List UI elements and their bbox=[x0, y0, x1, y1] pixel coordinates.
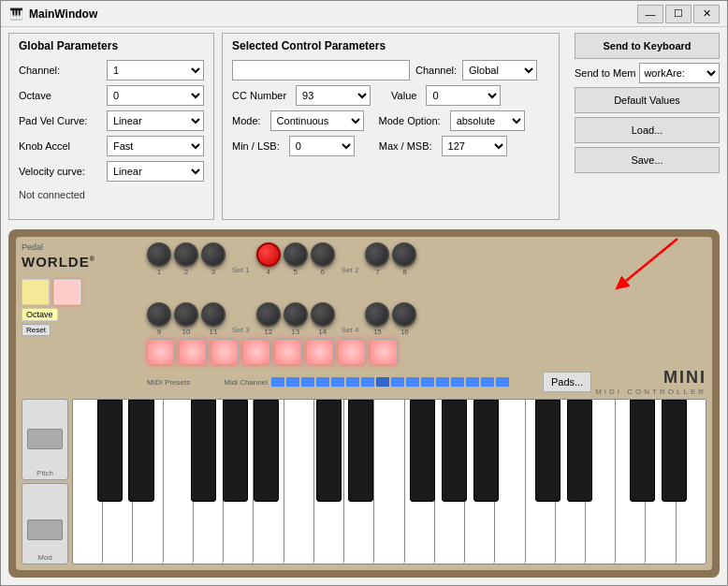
knob-2[interactable] bbox=[174, 242, 198, 267]
knob-8-label: 8 bbox=[402, 268, 406, 276]
white-key-f[interactable] bbox=[164, 400, 194, 564]
black-key-gs3[interactable] bbox=[662, 400, 687, 502]
black-key-ds[interactable] bbox=[128, 400, 153, 502]
midi-ch-btn-10[interactable] bbox=[406, 377, 419, 387]
pedal-label: Pedal bbox=[22, 242, 143, 252]
save-button[interactable]: Save... bbox=[575, 147, 720, 173]
black-key-cs2[interactable] bbox=[316, 400, 342, 502]
sp-min-select[interactable]: 0 bbox=[289, 136, 355, 156]
midi-ch-btn-14[interactable] bbox=[466, 377, 479, 387]
sp-mode-option-select[interactable]: absolute bbox=[450, 110, 525, 131]
white-key-f2[interactable] bbox=[374, 400, 404, 564]
pad-button-1[interactable] bbox=[147, 339, 175, 365]
reset-button[interactable]: Reset bbox=[22, 324, 51, 336]
pad-button-3[interactable] bbox=[211, 339, 239, 365]
maximize-button[interactable]: ☐ bbox=[665, 5, 692, 23]
mod-wheel[interactable]: Mod bbox=[22, 483, 68, 564]
mini-text: MINI bbox=[595, 368, 706, 388]
knob-5-label: 5 bbox=[293, 268, 297, 276]
black-key-as[interactable] bbox=[254, 400, 279, 502]
knob-accel-select[interactable]: Fast bbox=[107, 136, 204, 156]
pitch-wheel-slider[interactable] bbox=[27, 429, 63, 448]
knob-16[interactable] bbox=[392, 302, 416, 327]
pad-button-2[interactable] bbox=[179, 339, 207, 365]
mod-wheel-slider[interactable] bbox=[27, 520, 63, 539]
black-key-fs2[interactable] bbox=[410, 400, 435, 502]
pitch-wheel[interactable]: Pitch bbox=[22, 399, 68, 480]
load-button[interactable]: Load... bbox=[575, 117, 720, 143]
velocity-select[interactable]: Linear bbox=[107, 161, 204, 182]
pitch-mod-area: Pitch Mod bbox=[22, 399, 68, 564]
velocity-row: Velocity curve: Linear bbox=[19, 161, 204, 182]
knob-2-container: 2 bbox=[174, 242, 198, 276]
black-key-fs[interactable] bbox=[191, 400, 216, 502]
sp-max-select[interactable]: 127 bbox=[442, 136, 507, 156]
midi-ch-btn-5[interactable] bbox=[331, 377, 344, 387]
black-key-fs3[interactable] bbox=[630, 400, 655, 502]
knob-9[interactable] bbox=[147, 302, 171, 327]
midi-ch-btn-2[interactable] bbox=[286, 377, 299, 387]
pad-button-4[interactable] bbox=[242, 339, 270, 365]
midi-ch-btn-6[interactable] bbox=[346, 377, 359, 387]
small-pad-2[interactable] bbox=[53, 279, 81, 305]
pad-button-5[interactable] bbox=[274, 339, 302, 365]
middle-section: Octave Reset 9 1 bbox=[22, 279, 706, 336]
midi-ch-btn-4[interactable] bbox=[316, 377, 329, 387]
default-values-button[interactable]: Default Values bbox=[575, 87, 720, 113]
sp-channel-select[interactable]: Global bbox=[462, 60, 537, 81]
midi-ch-btn-13[interactable] bbox=[451, 377, 464, 387]
knob-11[interactable] bbox=[201, 302, 226, 327]
midi-ch-btn-9[interactable] bbox=[391, 377, 404, 387]
midi-ch-btn-16[interactable] bbox=[496, 377, 509, 387]
knob-10[interactable] bbox=[174, 302, 198, 327]
pad-button-8[interactable] bbox=[370, 339, 398, 365]
midi-ch-btn-8[interactable] bbox=[376, 377, 389, 387]
knob-8[interactable] bbox=[392, 242, 416, 267]
channel-row: Channel: 123 bbox=[19, 60, 204, 81]
knob-14[interactable] bbox=[311, 302, 335, 327]
midi-ch-btn-11[interactable] bbox=[421, 377, 434, 387]
octave-select[interactable]: 0-11 bbox=[107, 85, 204, 106]
close-button[interactable]: ✕ bbox=[693, 5, 720, 23]
midi-ch-btn-1[interactable] bbox=[271, 377, 284, 387]
knob-6[interactable] bbox=[311, 242, 335, 267]
sp-cc-select[interactable]: 93 bbox=[296, 85, 371, 106]
send-to-keyboard-button[interactable]: Send to Keyboard bbox=[575, 33, 720, 59]
pads-button[interactable]: Pads... bbox=[543, 372, 591, 392]
knob-12[interactable] bbox=[256, 302, 281, 327]
pad-vel-row: Pad Vel Curve: Linear bbox=[19, 110, 204, 131]
pad-button-7[interactable] bbox=[338, 339, 366, 365]
knob-1[interactable] bbox=[147, 242, 171, 267]
sp-value-select[interactable]: 0 bbox=[426, 85, 501, 106]
small-pad-1[interactable] bbox=[22, 279, 50, 305]
knob-13[interactable] bbox=[284, 302, 308, 327]
black-key-as2[interactable] bbox=[473, 400, 499, 502]
knob-3[interactable] bbox=[201, 242, 226, 267]
black-key-ds2[interactable] bbox=[348, 400, 373, 502]
midi-ch-btn-7[interactable] bbox=[361, 377, 374, 387]
knob-15[interactable] bbox=[365, 302, 389, 327]
black-key-gs[interactable] bbox=[223, 400, 248, 502]
pitch-label: Pitch bbox=[36, 469, 53, 477]
pad-button-6[interactable] bbox=[306, 339, 334, 365]
black-key-cs[interactable] bbox=[97, 400, 123, 502]
minimize-button[interactable]: — bbox=[637, 5, 663, 23]
black-key-gs2[interactable] bbox=[442, 400, 467, 502]
pad-vel-select[interactable]: Linear bbox=[107, 110, 204, 131]
black-key-cs3[interactable] bbox=[535, 400, 561, 502]
knob-3-label: 3 bbox=[211, 268, 215, 276]
channel-select[interactable]: 123 bbox=[107, 60, 204, 81]
midi-ch-btn-3[interactable] bbox=[301, 377, 314, 387]
white-key-c3[interactable] bbox=[495, 400, 525, 564]
midi-ch-btn-15[interactable] bbox=[481, 377, 494, 387]
sp-row-3: Mode: Continuous Mode Option: absolute bbox=[232, 110, 549, 131]
knob-7[interactable] bbox=[365, 242, 389, 267]
preset-name-input[interactable]: Chorus bbox=[232, 60, 410, 81]
midi-ch-btn-12[interactable] bbox=[436, 377, 449, 387]
black-key-ds3[interactable] bbox=[567, 400, 592, 502]
white-key-c2[interactable] bbox=[284, 400, 314, 564]
knob-5[interactable] bbox=[284, 242, 308, 267]
sp-mode-select[interactable]: Continuous bbox=[270, 110, 364, 131]
knob-4[interactable] bbox=[256, 242, 281, 267]
send-mem-select[interactable]: workAre: bbox=[639, 63, 720, 83]
